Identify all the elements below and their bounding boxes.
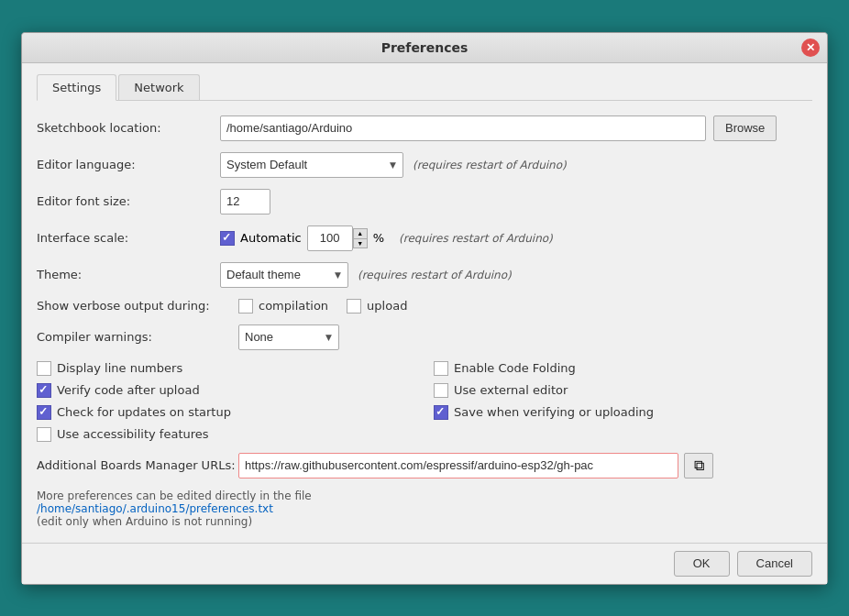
tabs-container: Settings Network	[37, 74, 812, 101]
verbose-upload-label[interactable]: upload	[347, 299, 407, 314]
copy-icon: ⧉	[694, 457, 704, 474]
font-size-row: Editor font size:	[37, 189, 812, 214]
file-path-link[interactable]: /home/santiago/.arduino15/preferences.tx…	[37, 502, 273, 515]
display-line-numbers-checkbox[interactable]	[37, 361, 51, 376]
spin-buttons: ▲ ▼	[353, 228, 368, 248]
sketchbook-row: Sketchbook location: Browse	[37, 116, 812, 141]
editor-language-wrapper: System Default	[220, 152, 403, 178]
verbose-upload-checkbox[interactable]	[347, 299, 361, 314]
use-accessibility-text: Use accessibility features	[57, 427, 209, 441]
scale-controls: Automatic ▲ ▼ % (requires restart of Ard…	[220, 226, 553, 251]
verbose-checks: compilation upload	[238, 299, 407, 314]
ok-button[interactable]: OK	[674, 551, 730, 577]
verbose-compilation-label[interactable]: compilation	[238, 299, 328, 314]
urls-copy-button[interactable]: ⧉	[684, 453, 713, 478]
cancel-button[interactable]: Cancel	[737, 551, 812, 577]
theme-select[interactable]: Default theme	[220, 262, 348, 288]
editor-language-row: Editor language: System Default (require…	[37, 152, 812, 178]
enable-code-folding-checkbox[interactable]	[434, 361, 448, 376]
verbose-upload-text: upload	[367, 299, 407, 313]
editor-language-hint: (requires restart of Arduino)	[413, 159, 567, 171]
file-note2: (edit only when Arduino is not running)	[37, 515, 812, 528]
theme-row: Theme: Default theme (requires restart o…	[37, 262, 812, 288]
enable-code-folding-label[interactable]: Enable Code Folding	[434, 361, 812, 376]
file-path-section: More preferences can be edited directly …	[37, 490, 812, 528]
verbose-label: Show verbose output during:	[37, 299, 238, 313]
use-accessibility-label[interactable]: Use accessibility features	[37, 427, 415, 442]
dialog-footer: OK Cancel	[22, 543, 827, 584]
verify-code-after-upload-checkbox[interactable]	[37, 383, 51, 398]
theme-hint: (requires restart of Arduino)	[358, 269, 512, 281]
browse-button[interactable]: Browse	[713, 116, 777, 141]
editor-language-select[interactable]: System Default	[220, 152, 403, 178]
verify-code-after-upload-label[interactable]: Verify code after upload	[37, 383, 415, 398]
theme-wrapper: Default theme	[220, 262, 348, 288]
save-when-verifying-text: Save when verifying or uploading	[454, 405, 654, 419]
scale-unit: %	[373, 231, 384, 245]
automatic-checkbox[interactable]	[220, 231, 235, 246]
verbose-compilation-checkbox[interactable]	[238, 299, 253, 314]
urls-label: Additional Boards Manager URLs:	[37, 458, 238, 472]
sketchbook-input[interactable]	[220, 116, 706, 141]
font-size-input[interactable]	[220, 189, 270, 214]
scale-value-input[interactable]	[307, 226, 353, 251]
dialog-content: Settings Network Sketchbook location: Br…	[22, 63, 827, 543]
close-icon: ✕	[806, 41, 815, 54]
compiler-warnings-row: Compiler warnings: None Default More All	[37, 324, 812, 350]
use-external-editor-text: Use external editor	[454, 383, 568, 397]
check-for-updates-checkbox[interactable]	[37, 405, 51, 420]
interface-scale-row: Interface scale: Automatic ▲ ▼ % (requir…	[37, 226, 812, 251]
spin-down-button[interactable]: ▼	[353, 238, 368, 248]
compiler-warnings-wrapper: None Default More All	[238, 324, 339, 350]
save-when-verifying-label[interactable]: Save when verifying or uploading	[434, 405, 812, 420]
preferences-dialog: Preferences ✕ Settings Network Sketchboo…	[21, 32, 828, 585]
scale-spinner: ▲ ▼	[307, 226, 368, 251]
spin-up-button[interactable]: ▲	[353, 228, 368, 238]
use-external-editor-label[interactable]: Use external editor	[434, 383, 812, 398]
dialog-titlebar: Preferences ✕	[22, 33, 827, 63]
checkboxes-grid: Display line numbers Enable Code Folding…	[37, 361, 812, 442]
save-when-verifying-checkbox[interactable]	[434, 405, 448, 420]
editor-language-label: Editor language:	[37, 158, 220, 171]
verbose-row: Show verbose output during: compilation …	[37, 299, 812, 314]
enable-code-folding-text: Enable Code Folding	[454, 361, 576, 375]
use-accessibility-checkbox[interactable]	[37, 427, 51, 442]
tab-network[interactable]: Network	[118, 74, 199, 100]
verify-code-after-upload-text: Verify code after upload	[57, 383, 200, 397]
sketchbook-label: Sketchbook location:	[37, 121, 220, 135]
display-line-numbers-label[interactable]: Display line numbers	[37, 361, 415, 376]
compiler-warnings-label: Compiler warnings:	[37, 330, 238, 344]
dialog-title: Preferences	[381, 40, 469, 55]
interface-scale-label: Interface scale:	[37, 231, 220, 245]
use-external-editor-checkbox[interactable]	[434, 383, 448, 398]
urls-input[interactable]	[238, 453, 678, 478]
font-size-label: Editor font size:	[37, 194, 220, 208]
tab-settings[interactable]: Settings	[37, 74, 116, 101]
display-line-numbers-text: Display line numbers	[57, 361, 182, 375]
interface-scale-hint: (requires restart of Arduino)	[399, 232, 553, 245]
automatic-label: Automatic	[240, 231, 302, 245]
check-for-updates-text: Check for updates on startup	[57, 405, 231, 419]
check-for-updates-label[interactable]: Check for updates on startup	[37, 405, 415, 420]
close-button[interactable]: ✕	[801, 38, 820, 57]
file-note: More preferences can be edited directly …	[37, 490, 812, 502]
verbose-compilation-text: compilation	[259, 299, 328, 313]
theme-label: Theme:	[37, 268, 220, 281]
compiler-warnings-select[interactable]: None Default More All	[238, 324, 339, 350]
urls-row: Additional Boards Manager URLs: ⧉	[37, 453, 812, 478]
